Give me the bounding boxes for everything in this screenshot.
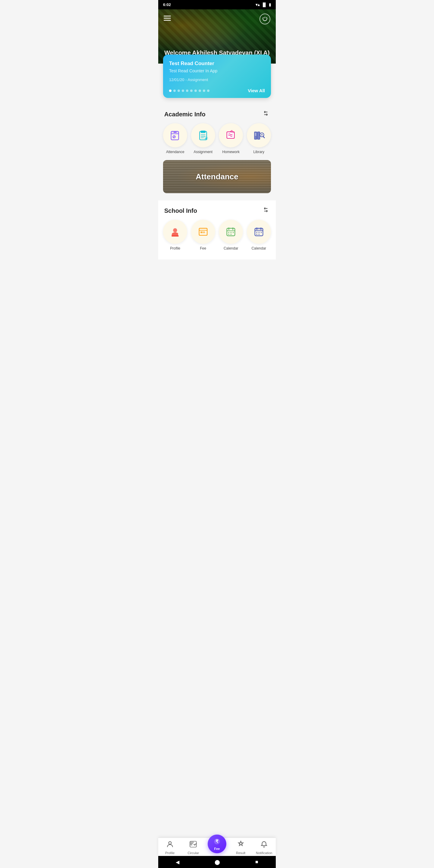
power-button[interactable] [259, 13, 270, 24]
svg-rect-49 [256, 232, 257, 233]
hero-nav [164, 13, 270, 24]
academic-item-library[interactable]: Library [247, 123, 271, 154]
svg-rect-52 [256, 234, 257, 235]
calendar-blue-icon-circle [247, 220, 271, 244]
svg-rect-7 [175, 132, 177, 133]
carousel-dot-7[interactable] [194, 90, 197, 92]
fee-label: Fee [200, 246, 206, 250]
library-label: Library [253, 150, 264, 154]
svg-rect-8 [174, 132, 175, 133]
svg-rect-19 [257, 132, 260, 139]
school-item-calendar-blue[interactable]: Calendar [247, 220, 271, 250]
assignment-icon-circle [191, 123, 215, 147]
signal-icon: ▐▌ [261, 2, 267, 7]
fee-icon-circle: ₹ [191, 220, 215, 244]
carousel-dot-6[interactable] [190, 90, 193, 92]
svg-line-25 [263, 136, 264, 138]
homework-label: Homework [222, 150, 240, 154]
academic-item-homework[interactable]: Homework [219, 123, 243, 154]
carousel-dot-4[interactable] [182, 90, 184, 92]
academic-item-assignment[interactable]: Assignment [191, 123, 216, 154]
school-info-header: School Info [158, 200, 276, 220]
announcement-card: Test Read Counter Test Read Counter In A… [163, 55, 271, 98]
school-info-expand-icon[interactable] [262, 206, 270, 216]
svg-rect-10 [201, 131, 205, 133]
calendar-green-icon-circle [219, 220, 243, 244]
school-item-fee[interactable]: ₹ Fee [191, 220, 216, 250]
announcement-date: 12/01/20 - Assignment [169, 78, 265, 82]
school-info-section: School Info Profile [158, 200, 276, 259]
svg-rect-28 [172, 236, 179, 237]
svg-rect-0 [164, 16, 171, 17]
svg-rect-51 [261, 232, 262, 233]
calendar-green-label: Calendar [224, 246, 239, 250]
svg-rect-40 [230, 232, 232, 233]
academic-item-attendance[interactable]: Attendance [163, 123, 187, 154]
svg-rect-50 [258, 232, 259, 233]
svg-rect-1 [164, 18, 171, 19]
svg-rect-53 [258, 234, 259, 235]
svg-rect-33 [203, 231, 205, 233]
carousel-dot-10[interactable] [207, 90, 210, 92]
carousel-dot-3[interactable] [178, 90, 180, 92]
academic-info-title: Academic Info [164, 111, 206, 118]
profile-icon-circle [163, 220, 187, 244]
svg-rect-39 [228, 232, 229, 233]
carousel-dots [169, 90, 210, 92]
attendance-banner-label: Attendance [195, 172, 239, 181]
menu-button[interactable] [164, 14, 171, 24]
view-all-button[interactable]: View All [248, 88, 265, 93]
announcement-subtitle: Test Read Counter In App [169, 68, 265, 73]
school-info-title: School Info [164, 207, 197, 214]
school-item-profile[interactable]: Profile [163, 220, 187, 250]
status-icons: ▾▴ ▐▌ ▮ [255, 2, 271, 7]
svg-point-29 [173, 228, 177, 232]
svg-rect-45 [255, 228, 263, 230]
carousel-dot-9[interactable] [203, 90, 205, 92]
carousel-dot-8[interactable] [198, 90, 201, 92]
homework-icon-circle [219, 123, 243, 147]
carousel-dot-1[interactable] [169, 90, 172, 92]
announcement-title: Test Read Counter [169, 61, 265, 67]
school-item-calendar-green[interactable]: Calendar [219, 220, 243, 250]
library-icon-circle [247, 123, 271, 147]
carousel-dot-5[interactable] [186, 90, 188, 92]
svg-rect-43 [230, 234, 232, 235]
attendance-label: Attendance [166, 150, 184, 154]
calendar-blue-label: Calendar [251, 246, 266, 250]
academic-icon-grid: Attendance Assignment [158, 123, 276, 160]
attendance-icon-circle [163, 123, 187, 147]
svg-rect-17 [254, 132, 257, 139]
attendance-banner[interactable]: Attendance [163, 160, 271, 193]
assignment-label: Assignment [193, 150, 213, 154]
battery-icon: ▮ [269, 2, 271, 7]
svg-rect-16 [227, 132, 235, 138]
announcement-footer: View All [169, 88, 265, 93]
academic-info-header: Academic Info [158, 104, 276, 123]
status-time: 6:02 [163, 2, 171, 7]
status-bar: 6:02 ▾▴ ▐▌ ▮ [158, 0, 276, 9]
svg-rect-41 [233, 232, 234, 233]
svg-rect-2 [164, 20, 171, 21]
carousel-dot-2[interactable] [173, 90, 176, 92]
academic-info-expand-icon[interactable] [262, 110, 270, 119]
profile-label: Profile [170, 246, 180, 250]
school-icon-grid: Profile ₹ Fee [158, 220, 276, 253]
wifi-icon: ▾▴ [255, 2, 260, 7]
svg-rect-42 [228, 234, 229, 235]
